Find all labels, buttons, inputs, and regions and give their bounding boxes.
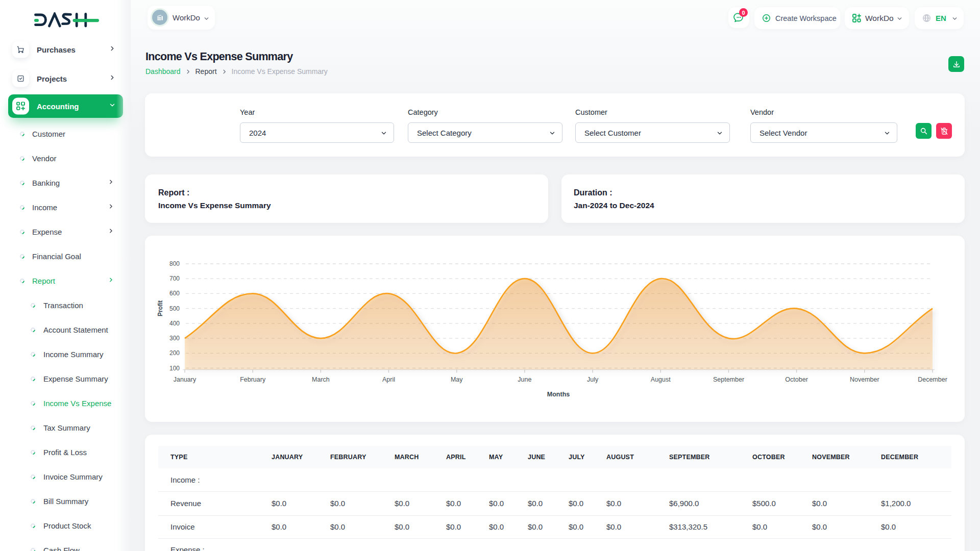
svg-text:Months: Months: [547, 391, 570, 398]
svg-text:December: December: [918, 376, 947, 383]
svg-text:September: September: [713, 376, 744, 383]
svg-text:August: August: [651, 376, 671, 383]
svg-text:July: July: [587, 376, 599, 383]
svg-text:January: January: [174, 376, 197, 383]
svg-text:October: October: [785, 376, 807, 383]
svg-text:March: March: [312, 376, 330, 383]
svg-text:200: 200: [169, 349, 180, 357]
svg-text:800: 800: [169, 260, 180, 267]
svg-text:700: 700: [169, 275, 180, 282]
svg-text:November: November: [850, 376, 879, 383]
svg-text:100: 100: [169, 365, 180, 372]
svg-text:600: 600: [169, 290, 180, 297]
svg-text:300: 300: [169, 335, 180, 342]
svg-text:400: 400: [169, 320, 180, 327]
svg-text:April: April: [382, 376, 395, 383]
svg-text:May: May: [451, 376, 463, 383]
svg-text:February: February: [240, 376, 266, 383]
svg-text:June: June: [518, 376, 531, 383]
svg-text:Profit: Profit: [157, 300, 164, 316]
svg-text:500: 500: [169, 305, 180, 312]
